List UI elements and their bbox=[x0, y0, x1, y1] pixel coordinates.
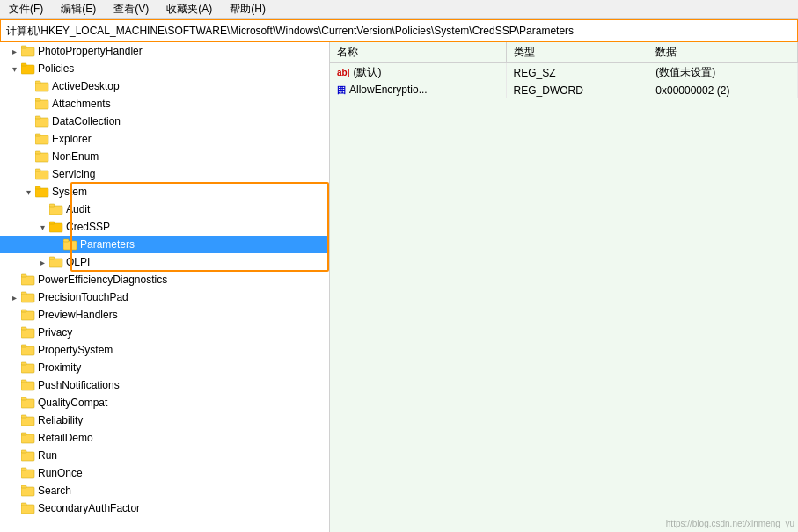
expander-icon[interactable]: ▾ bbox=[7, 62, 21, 76]
expander-icon[interactable]: ▸ bbox=[35, 255, 49, 269]
tree-item-label: System bbox=[52, 186, 87, 198]
addressbar[interactable]: 计算机\HKEY_LOCAL_MACHINE\SOFTWARE\Microsof… bbox=[0, 19, 798, 42]
expander-icon[interactable]: ▾ bbox=[35, 220, 49, 234]
svg-rect-34 bbox=[21, 346, 34, 355]
expander-icon[interactable] bbox=[21, 79, 35, 93]
tree-item-search[interactable]: Search bbox=[0, 482, 329, 499]
folder-icon bbox=[63, 238, 77, 251]
tree-item-run[interactable]: Run bbox=[0, 447, 329, 464]
expander-icon[interactable] bbox=[7, 466, 21, 480]
tree-item-servicing[interactable]: Servicing bbox=[0, 165, 329, 183]
svg-rect-16 bbox=[35, 188, 48, 197]
dword-icon: 囲 bbox=[337, 85, 346, 95]
svg-rect-29 bbox=[21, 292, 26, 295]
tree-item-activedesktop[interactable]: ActiveDesktop bbox=[0, 77, 329, 95]
expander-icon[interactable] bbox=[7, 361, 21, 375]
tree-item-photo[interactable]: ▸ PhotoPropertyHandler bbox=[0, 42, 329, 60]
tree-item-system[interactable]: ▾ System bbox=[0, 183, 329, 200]
tree-panel[interactable]: ▸ PhotoPropertyHandler▾ Policies ActiveD… bbox=[0, 42, 330, 532]
expander-icon[interactable] bbox=[21, 167, 35, 181]
expander-icon[interactable] bbox=[7, 396, 21, 410]
registry-row[interactable]: ab|(默认)REG_SZ(数值未设置) bbox=[330, 63, 798, 83]
svg-rect-5 bbox=[35, 81, 40, 84]
tree-item-olpi[interactable]: ▸ OLPI bbox=[0, 253, 329, 271]
tree-item-pushnotifications[interactable]: PushNotifications bbox=[0, 376, 329, 394]
menu-help[interactable]: 帮助(H) bbox=[224, 0, 271, 18]
expander-icon[interactable] bbox=[21, 114, 35, 128]
tree-item-reliability[interactable]: Reliability bbox=[0, 412, 329, 429]
folder-icon bbox=[49, 256, 63, 268]
tree-item-powereff[interactable]: PowerEfficiencyDiagnostics bbox=[0, 271, 329, 288]
tree-item-audit[interactable]: Audit bbox=[0, 200, 329, 218]
expander-icon[interactable] bbox=[21, 132, 35, 146]
svg-rect-31 bbox=[21, 310, 26, 312]
registry-row[interactable]: 囲AllowEncryptio...REG_DWORD0x00000002 (2… bbox=[330, 82, 798, 98]
tree-item-credssp[interactable]: ▾ CredSSP bbox=[0, 218, 329, 236]
expander-icon[interactable] bbox=[7, 413, 21, 427]
tree-item-retaildemo[interactable]: RetailDemo bbox=[0, 429, 329, 447]
folder-icon bbox=[35, 186, 49, 198]
reg-name-cell: ab|(默认) bbox=[330, 63, 506, 83]
tree-item-runonce[interactable]: RunOnce bbox=[0, 464, 329, 482]
expander-icon[interactable] bbox=[7, 273, 21, 287]
expander-icon[interactable] bbox=[7, 343, 21, 357]
tree-item-parameters[interactable]: Parameters bbox=[0, 236, 329, 253]
expander-icon[interactable] bbox=[49, 237, 63, 251]
menu-edit[interactable]: 编辑(E) bbox=[55, 0, 101, 18]
tree-item-proximity[interactable]: Proximity bbox=[0, 359, 329, 376]
expander-icon[interactable] bbox=[7, 308, 21, 322]
expander-icon[interactable] bbox=[7, 484, 21, 498]
tree-item-propertysystem[interactable]: PropertySystem bbox=[0, 341, 329, 359]
expander-icon[interactable]: ▸ bbox=[7, 290, 21, 304]
expander-icon[interactable] bbox=[7, 501, 21, 515]
svg-rect-38 bbox=[21, 382, 34, 390]
expander-icon[interactable]: ▾ bbox=[21, 185, 35, 199]
expander-icon[interactable] bbox=[7, 431, 21, 445]
tree-item-previewhandlers[interactable]: PreviewHandlers bbox=[0, 306, 329, 324]
tree-item-explorer[interactable]: Explorer bbox=[0, 130, 329, 148]
expander-icon[interactable] bbox=[7, 378, 21, 392]
tree-item-label: RetailDemo bbox=[38, 432, 93, 444]
menu-file[interactable]: 文件(F) bbox=[4, 0, 48, 18]
expander-icon[interactable] bbox=[21, 97, 35, 111]
expander-icon[interactable] bbox=[21, 149, 35, 164]
folder-icon bbox=[49, 221, 63, 233]
menu-favorites[interactable]: 收藏夹(A) bbox=[161, 0, 217, 18]
expander-icon[interactable] bbox=[7, 325, 21, 339]
tree-item-label: Reliability bbox=[38, 414, 83, 426]
svg-rect-53 bbox=[21, 503, 26, 506]
tree-item-policies[interactable]: ▾ Policies bbox=[0, 60, 329, 77]
tree-item-precisiontouch[interactable]: ▸ PrecisionTouchPad bbox=[0, 288, 329, 306]
tree-item-secondaryauthfactor[interactable]: SecondaryAuthFactor bbox=[0, 499, 329, 517]
tree-item-label: Parameters bbox=[80, 238, 135, 251]
tree-item-datacollection[interactable]: DataCollection bbox=[0, 113, 329, 130]
tree-item-nonenum[interactable]: NonEnum bbox=[0, 148, 329, 165]
svg-rect-28 bbox=[21, 294, 34, 302]
expander-icon[interactable]: ▸ bbox=[7, 44, 21, 58]
svg-rect-52 bbox=[21, 505, 34, 514]
tree-item-attachments[interactable]: Attachments bbox=[0, 95, 329, 113]
tree-item-label: PhotoPropertyHandler bbox=[38, 45, 143, 57]
svg-rect-21 bbox=[49, 222, 55, 224]
svg-rect-49 bbox=[21, 468, 26, 470]
expander-icon[interactable] bbox=[7, 448, 21, 463]
menu-view[interactable]: 查看(V) bbox=[108, 0, 154, 18]
tree-item-qualitycompat[interactable]: QualityCompat bbox=[0, 394, 329, 412]
folder-icon bbox=[21, 467, 35, 479]
svg-rect-14 bbox=[35, 171, 48, 179]
svg-rect-45 bbox=[21, 433, 26, 435]
expander-icon[interactable] bbox=[35, 202, 49, 216]
svg-rect-26 bbox=[21, 276, 34, 285]
folder-icon bbox=[35, 133, 49, 145]
folder-icon bbox=[21, 344, 35, 356]
tree-item-label: Policies bbox=[38, 62, 74, 75]
folder-icon bbox=[21, 62, 35, 75]
svg-rect-20 bbox=[49, 223, 62, 232]
reg-data-cell: 0x00000002 (2) bbox=[648, 82, 798, 98]
svg-rect-4 bbox=[35, 83, 48, 91]
folder-icon bbox=[35, 115, 49, 128]
tree-item-privacy[interactable]: Privacy bbox=[0, 324, 329, 341]
folder-icon bbox=[21, 45, 35, 57]
svg-rect-2 bbox=[21, 65, 34, 74]
tree-item-label: CredSSP bbox=[66, 221, 110, 233]
